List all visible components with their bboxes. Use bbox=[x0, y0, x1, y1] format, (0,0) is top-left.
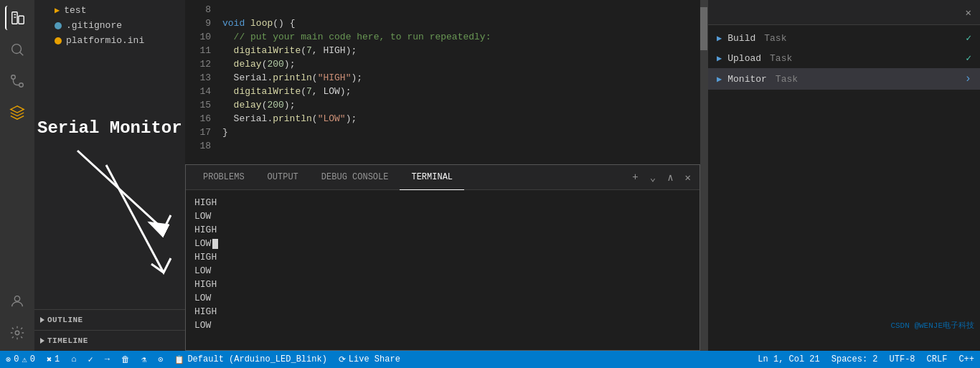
encoding-label: UTF-8 bbox=[890, 354, 915, 364]
svg-rect-1 bbox=[19, 16, 24, 24]
status-eol[interactable]: CRLF bbox=[921, 351, 953, 368]
code-line-13: Serial.println("HIGH"); bbox=[222, 71, 700, 85]
live-share-label: Live Share bbox=[349, 354, 400, 364]
terminal-line-5: HIGH bbox=[194, 250, 691, 264]
terminal-line-3: HIGH bbox=[194, 223, 691, 237]
status-check[interactable]: ✓ bbox=[83, 351, 99, 368]
tab-problems[interactable]: PROBLEMS bbox=[192, 165, 256, 190]
status-errors[interactable]: ⊗ 0 ⚠ 0 bbox=[0, 351, 41, 368]
panel-actions: + ⌄ ∧ ✕ bbox=[629, 170, 694, 185]
line-numbers: 8 9 10 11 12 13 14 15 16 17 18 bbox=[185, 0, 217, 164]
source-control-icon[interactable] bbox=[5, 69, 29, 93]
search-icon[interactable] bbox=[5, 37, 29, 62]
home-icon: ⌂ bbox=[71, 354, 76, 364]
svg-point-8 bbox=[14, 296, 19, 301]
svg-line-5 bbox=[20, 52, 24, 56]
status-cursor-pos[interactable]: Ln 1, Col 21 bbox=[752, 351, 825, 368]
warning-icon: ⚠ bbox=[22, 354, 27, 365]
outline-section: OUTLINE bbox=[34, 309, 185, 330]
folder-test[interactable]: ▶ test bbox=[34, 3, 185, 18]
terminal-line-9: HIGH bbox=[194, 305, 691, 319]
terminal-line-4: LOW bbox=[194, 237, 691, 250]
files-icon[interactable] bbox=[5, 6, 29, 30]
file-platformio[interactable]: platformio.ini bbox=[34, 33, 185, 48]
check-icon: ✓ bbox=[88, 354, 93, 365]
code-line-11: digitalWrite(7, HIGH); bbox=[222, 44, 700, 57]
settings-icon[interactable] bbox=[5, 321, 29, 345]
tab-terminal[interactable]: TERMINAL bbox=[400, 165, 464, 190]
tab-debug-console[interactable]: DEBUG CONSOLE bbox=[310, 165, 400, 190]
right-panel-header: ✕ bbox=[708, 0, 980, 25]
editor-scrollbar[interactable] bbox=[700, 0, 707, 351]
cursor-pos-label: Ln 1, Col 21 bbox=[758, 354, 819, 364]
status-pio-task1[interactable]: ✖ 1 bbox=[41, 351, 65, 368]
task-build[interactable]: ▶ Build Task ✓ bbox=[708, 28, 980, 48]
task-upload-icon: ▶ bbox=[717, 53, 722, 64]
task-upload-name: Upload bbox=[727, 53, 761, 64]
panel-split-btn[interactable]: ⌄ bbox=[647, 170, 659, 185]
timeline-header[interactable]: TIMELINE bbox=[34, 334, 185, 348]
svg-point-7 bbox=[19, 83, 24, 88]
svg-point-6 bbox=[11, 75, 16, 80]
terminal-line-8: LOW bbox=[194, 291, 691, 305]
task-build-icon: ▶ bbox=[717, 33, 722, 44]
terminal-panel: PROBLEMS OUTPUT DEBUG CONSOLE TERMINAL +… bbox=[185, 164, 700, 351]
status-home[interactable]: ⌂ bbox=[65, 351, 82, 368]
status-encoding[interactable]: UTF-8 bbox=[884, 351, 921, 368]
status-env[interactable]: 📋 Default (Arduino_LED_Blink) bbox=[169, 351, 332, 368]
pio-icon1: ✖ bbox=[47, 354, 52, 365]
target-icon: ⊙ bbox=[158, 354, 163, 365]
timeline-section: TIMELINE bbox=[34, 330, 185, 351]
code-line-12: delay(200); bbox=[222, 57, 700, 71]
cursor bbox=[212, 239, 218, 249]
status-spaces[interactable]: Spaces: 2 bbox=[826, 351, 884, 368]
terminal-line-2: LOW bbox=[194, 209, 691, 223]
pio-label1: 1 bbox=[55, 354, 60, 364]
account-icon[interactable] bbox=[5, 289, 29, 313]
file-explorer: ▶ test .gitignore platformio.ini bbox=[34, 0, 185, 309]
panel-add-btn[interactable]: + bbox=[629, 170, 641, 184]
status-live-share[interactable]: ⟳ Live Share bbox=[333, 351, 406, 368]
task-build-name: Build bbox=[727, 33, 755, 44]
status-beaker[interactable]: ⚗ bbox=[136, 351, 152, 368]
panel-close-btn[interactable]: ✕ bbox=[682, 170, 694, 185]
terminal-content[interactable]: HIGH LOW HIGH LOW HIGH LOW HIGH LOW HIGH… bbox=[186, 190, 699, 350]
status-arrow[interactable]: → bbox=[99, 351, 116, 368]
status-trash[interactable]: 🗑 bbox=[116, 351, 136, 368]
terminal-line-6: LOW bbox=[194, 264, 691, 278]
platformio-dot bbox=[55, 37, 62, 44]
task-monitor-type: Task bbox=[776, 74, 798, 85]
tab-output[interactable]: OUTPUT bbox=[256, 165, 310, 190]
activity-bar bbox=[0, 0, 34, 351]
code-editor[interactable]: 8 9 10 11 12 13 14 15 16 17 18 void loop… bbox=[185, 0, 700, 164]
status-target[interactable]: ⊙ bbox=[152, 351, 169, 368]
task-upload[interactable]: ▶ Upload Task ✓ bbox=[708, 48, 980, 68]
live-share-icon: ⟳ bbox=[339, 354, 346, 365]
tasks-list: ▶ Build Task ✓ ▶ Upload Task ✓ ▶ Monitor… bbox=[708, 25, 980, 351]
panel-maximize-btn[interactable]: ∧ bbox=[664, 170, 676, 185]
timeline-chevron bbox=[40, 338, 44, 344]
task-monitor-icon: ▶ bbox=[717, 74, 722, 85]
extensions-icon[interactable] bbox=[5, 100, 29, 125]
gitignore-dot bbox=[55, 22, 62, 29]
panel-tabs: PROBLEMS OUTPUT DEBUG CONSOLE TERMINAL +… bbox=[186, 165, 699, 190]
code-content[interactable]: void loop() { // put your main code here… bbox=[217, 0, 700, 164]
code-line-14: digitalWrite(7, LOW); bbox=[222, 85, 700, 98]
terminal-line-7: HIGH bbox=[194, 278, 691, 291]
outline-label: OUTLINE bbox=[47, 316, 83, 324]
task-monitor-name: Monitor bbox=[727, 74, 767, 85]
code-line-16: Serial.println("LOW"); bbox=[222, 112, 700, 126]
env-label: Default (Arduino_LED_Blink) bbox=[187, 354, 326, 364]
svg-rect-0 bbox=[12, 12, 17, 24]
file-gitignore[interactable]: .gitignore bbox=[34, 18, 185, 33]
file-platformio-label: platformio.ini bbox=[66, 35, 144, 46]
outline-header[interactable]: OUTLINE bbox=[34, 313, 185, 327]
status-language[interactable]: C++ bbox=[953, 351, 980, 368]
folder-test-label: test bbox=[64, 5, 86, 16]
eol-label: CRLF bbox=[927, 354, 948, 364]
task-monitor[interactable]: ▶ Monitor Task › bbox=[708, 68, 980, 90]
right-panel-close-btn[interactable]: ✕ bbox=[963, 5, 974, 20]
status-bar: ⊗ 0 ⚠ 0 ✖ 1 ⌂ ✓ → 🗑 ⚗ ⊙ 📋 Default (Ardui… bbox=[0, 351, 980, 368]
env-icon: 📋 bbox=[174, 355, 184, 364]
task-build-status: ✓ bbox=[966, 32, 971, 44]
